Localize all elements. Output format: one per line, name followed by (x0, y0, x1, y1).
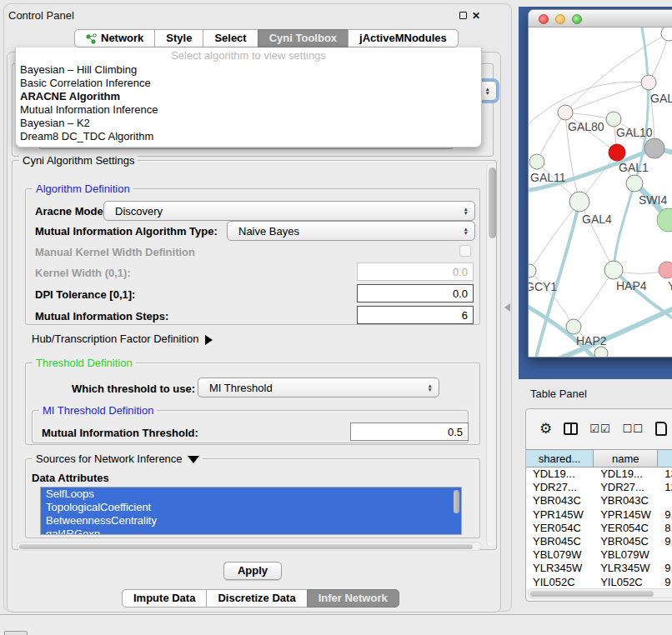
node[interactable] (661, 28, 672, 41)
threshold-definition-title: Threshold Definition (33, 357, 136, 369)
dropdown-item[interactable]: Bayesian – K2 (16, 117, 481, 130)
stepper-icon: ▲▼ (428, 383, 433, 392)
splitter-handle[interactable] (504, 303, 510, 312)
columns-icon[interactable] (564, 422, 578, 435)
node-swi4[interactable] (626, 175, 643, 192)
table-hscrollbar[interactable] (528, 588, 672, 598)
node-gal-top[interactable] (641, 75, 656, 90)
settings-group-title: Cyni Algorithm Settings (19, 154, 138, 167)
mi-type-combo[interactable]: Naive Bayes ▲▼ (227, 221, 475, 241)
table-row[interactable]: YBR045CYBR045C9. (526, 535, 672, 548)
dpi-tolerance-input[interactable] (357, 284, 474, 302)
aracne-mode-label: Aracne Mode: (35, 205, 107, 218)
node-label: GAL (650, 92, 672, 105)
table-row[interactable]: YDL19...YDL19...13 (526, 468, 672, 481)
list-item[interactable]: SelfLoops (41, 488, 461, 501)
column-header-shared-name[interactable]: shared... (526, 450, 594, 467)
node-label: GCY1 (529, 280, 557, 293)
tab-impute-data[interactable]: Impute Data (122, 589, 207, 608)
minimize-window-icon[interactable] (555, 14, 565, 24)
mi-threshold-label: Mutual Information Threshold: (42, 427, 198, 439)
document-icon[interactable] (655, 422, 667, 436)
close-window-icon[interactable] (539, 14, 549, 24)
node-gray[interactable] (644, 138, 664, 158)
kernel-width-input[interactable] (357, 262, 474, 281)
tab-style[interactable]: Style (154, 29, 203, 48)
node-hap2[interactable] (566, 319, 581, 334)
network-canvas[interactable]: GAL GAL80 GAL10 GAL1 GAL11 SWI4 GAL4 GCY… (529, 28, 672, 358)
network-window[interactable]: GAL GAL80 GAL10 GAL1 GAL11 SWI4 GAL4 GCY… (528, 9, 672, 358)
table-row[interactable]: YBL079WYBL079W (526, 548, 672, 562)
dropdown-item[interactable]: Bayesian – Hill Climbing (16, 63, 481, 77)
gear-icon[interactable]: ⚙ (539, 420, 552, 438)
sources-title[interactable]: Sources for Network Inference (33, 452, 203, 465)
node-gal10[interactable] (606, 112, 621, 127)
settings-hscrollbar-thumb[interactable] (19, 544, 473, 550)
tab-jactivemnodules[interactable]: jActiveMNodules (348, 29, 459, 48)
node-gal4[interactable] (569, 192, 589, 212)
tab-network[interactable]: Network (74, 29, 155, 48)
dropdown-item-selected[interactable]: ARACNE Algorithm (16, 90, 481, 103)
dropdown-item[interactable]: Dream8 DC_TDC Algorithm (16, 130, 481, 143)
node-gal11[interactable] (529, 154, 544, 169)
dpi-tolerance-label: DPI Tolerance [0,1]: (35, 288, 135, 301)
hub-definition-toggle[interactable]: Hub/Transcription Factor Definition (32, 332, 213, 345)
table-row[interactable]: YLR345WYLR345W9. (526, 562, 672, 575)
attribute-table: shared... name YDL19...YDL19...13 YDR27.… (526, 449, 672, 589)
column-header-name[interactable]: name (594, 450, 658, 467)
node-label: GAL80 (568, 120, 604, 133)
manual-kernel-label: Manual Kernel Width Definition (35, 246, 195, 258)
dropdown-item[interactable]: Basic Correlation Inference (16, 77, 481, 90)
kernel-width-label: Kernel Width (0,1): (35, 267, 131, 279)
manual-kernel-checkbox[interactable] (459, 245, 471, 257)
node-gal80[interactable] (558, 105, 573, 120)
collapsed-panel-button[interactable] (4, 631, 28, 635)
node-label: HAP2 (576, 334, 607, 348)
node-gal1-red[interactable] (609, 144, 625, 161)
tab-cyni-toolbox[interactable]: Cyni Toolbox (258, 29, 349, 48)
node-label: GAL10 (616, 126, 653, 139)
select-all-checkboxes-icon[interactable]: ☑☑ (589, 422, 610, 435)
node-label: SWI4 (639, 193, 667, 207)
table-row[interactable]: YPR145WYPR145W9. (526, 508, 672, 522)
node-gcy1[interactable] (529, 264, 536, 278)
deselect-all-checkboxes-icon[interactable]: ☐☐ (623, 422, 644, 435)
node-hap4[interactable] (604, 261, 623, 279)
table-row[interactable]: YIL052CYIL052C9 (526, 576, 672, 589)
close-panel-icon[interactable]: ✕ (472, 10, 480, 22)
table-row[interactable]: YBR043CYBR043C (526, 494, 672, 508)
column-header-partial[interactable] (658, 450, 672, 467)
stepper-icon: ▲▼ (464, 207, 469, 215)
which-threshold-label: Which threshold to use: (72, 382, 195, 395)
zoom-window-icon[interactable] (572, 14, 582, 24)
mi-type-label: Mutual Information Algorithm Type: (35, 225, 218, 238)
list-scrollbar-thumb[interactable] (454, 490, 459, 513)
settings-scrollbar[interactable] (486, 163, 496, 547)
table-hscrollbar-thumb[interactable] (530, 591, 654, 597)
table-panel-title: Table Panel (530, 388, 587, 400)
tab-select[interactable]: Select (203, 29, 258, 48)
settings-hscrollbar[interactable] (17, 542, 482, 551)
dropdown-item[interactable]: Mutual Information Inference (16, 103, 481, 117)
float-panel-icon[interactable] (459, 12, 467, 19)
mi-threshold-input[interactable] (350, 422, 469, 441)
tab-discretize-data[interactable]: Discretize Data (206, 589, 307, 608)
mi-steps-input[interactable] (357, 306, 474, 324)
settings-scrollbar-thumb[interactable] (489, 168, 496, 238)
node-pink[interactable] (659, 262, 672, 278)
list-item[interactable]: TopologicalCoefficient (41, 501, 461, 514)
table-panel-toolbar: ⚙ ☑☑ ☐☐ (526, 409, 672, 448)
aracne-mode-combo[interactable]: Discovery ▲▼ (103, 201, 475, 221)
tab-infer-network[interactable]: Infer Network (307, 589, 399, 608)
node-label: GAL4 (582, 212, 612, 226)
apply-button[interactable]: Apply (223, 562, 282, 580)
cyni-bottom-tabbar: Impute Data Discretize Data Infer Networ… (122, 589, 399, 608)
list-item[interactable]: BetweennessCentrality (41, 514, 461, 528)
network-window-titlebar[interactable] (529, 10, 672, 28)
table-row[interactable]: YER054CYER054C8. (526, 522, 672, 535)
list-item[interactable]: gal4RGexp (41, 528, 461, 535)
node-label: GAL1 (619, 161, 649, 174)
table-row[interactable]: YDR27...YDR27...12 (526, 481, 672, 494)
which-threshold-combo[interactable]: MI Threshold ▲▼ (198, 378, 439, 398)
node[interactable] (594, 347, 608, 358)
